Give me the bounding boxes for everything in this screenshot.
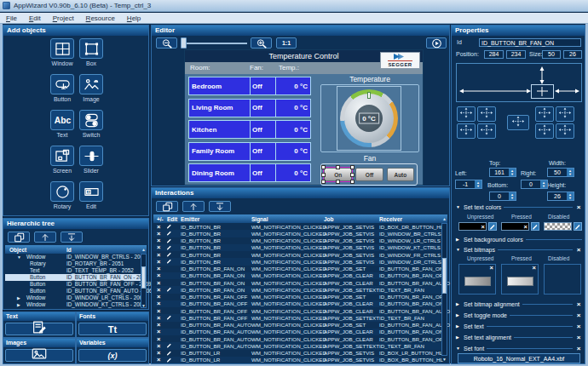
delete-icon[interactable]: × — [157, 224, 160, 230]
interaction-row[interactable]: × ID_BUTTON_BR_FAN_OFF WM_NOTIFICATION_C… — [153, 307, 441, 314]
selection-handle[interactable] — [336, 180, 340, 184]
alignment-button[interactable] — [457, 106, 476, 122]
clear-color-icon[interactable]: × — [524, 224, 527, 230]
spinner-icon[interactable]: ▲▼ — [567, 169, 574, 176]
interactions-copy-button[interactable] — [156, 201, 178, 212]
section-bitmaps[interactable]: ▼ Set bitmaps × — [456, 245, 582, 254]
clear-bitmap-icon[interactable]: × — [533, 265, 536, 271]
edit-pencil-icon[interactable] — [166, 314, 172, 321]
interaction-row[interactable]: × ID_BUTTON_BR_FAN_ON WM_NOTIFICATION_CL… — [153, 286, 441, 293]
edit-pencil-icon[interactable] — [166, 357, 172, 363]
delete-icon[interactable]: × — [157, 329, 160, 335]
zoom-out-button[interactable] — [156, 37, 177, 49]
interaction-row[interactable]: × ID_BUTTON_BR_FAN_ON WM_NOTIFICATION_CL… — [153, 266, 441, 272]
interaction-row[interactable]: × ID_BUTTON_BR_FAN_ON WM_NOTIFICATION_CL… — [153, 272, 441, 279]
add-object-text[interactable]: Abc Text — [49, 110, 75, 138]
add-object-rotary[interactable]: Rotary — [49, 181, 75, 209]
add-object-switch[interactable]: Switch — [78, 110, 104, 138]
resource-variables-button[interactable]: (x) — [78, 349, 147, 362]
chevron-right-icon[interactable]: ▶ — [17, 302, 20, 307]
section-set-font[interactable]: ▼ Set font × — [456, 344, 582, 352]
room-row[interactable]: Living Room Off 0 °C — [188, 99, 311, 117]
interaction-row[interactable]: × ID_BUTTON_BR WM_NOTIFICATION_CLICKED A… — [153, 237, 441, 244]
edit-pencil-icon[interactable] — [166, 237, 172, 244]
tree-row[interactable]: ▶ Window ID_WINDOW_LR_CTRLS - 2062 — [5, 295, 141, 301]
text-color-pressed-swatch[interactable]: × — [501, 222, 529, 231]
interaction-row[interactable]: × ID_BUTTON_BR_FAN_AUTO WM_NOTIFICATION_… — [153, 329, 441, 335]
zoom-in-button[interactable] — [251, 37, 272, 49]
col-emitter[interactable]: Emitter — [181, 216, 199, 222]
section-close-icon[interactable]: × — [575, 300, 582, 308]
alignment-button[interactable] — [477, 123, 496, 139]
interaction-row[interactable]: × ID_BUTTON_BR WM_NOTIFICATION_CLICKED A… — [153, 258, 441, 265]
delete-icon[interactable]: × — [157, 259, 160, 265]
spinner-icon[interactable]: ▲▼ — [509, 169, 516, 176]
interaction-row[interactable]: × ID_BUTTON_BR_FAN_AUTO WM_NOTIFICATION_… — [153, 335, 441, 342]
temperature-group[interactable]: Temperature 0 °C Fan OnOffAuto — [320, 74, 420, 186]
height-field[interactable]: 26 ▲▼ — [547, 192, 574, 201]
spinner-icon[interactable]: ▲▼ — [567, 192, 574, 200]
menu-resource[interactable]: Resource — [80, 14, 121, 22]
tree-scrollbar[interactable] — [141, 254, 147, 308]
interaction-row[interactable]: × ID_BUTTON_BR WM_NOTIFICATION_CLICKED A… — [153, 223, 441, 230]
selection-handle[interactable] — [350, 165, 355, 169]
spinner-icon[interactable]: ▲▼ — [540, 180, 547, 188]
alignment-button[interactable] — [535, 106, 554, 122]
alignment-button[interactable] — [477, 106, 496, 122]
box-icon[interactable] — [79, 38, 103, 59]
alignment-button[interactable] — [535, 123, 554, 139]
alignment-button[interactable] — [507, 115, 529, 130]
bottom-field[interactable]: 0 ▲▼ — [489, 192, 516, 201]
alignment-button[interactable] — [457, 123, 476, 139]
triangle-down-icon[interactable]: ▼ — [456, 204, 461, 209]
add-object-screen[interactable]: Screen — [49, 146, 75, 174]
delete-icon[interactable]: × — [157, 357, 160, 363]
section-close-icon[interactable]: × — [575, 312, 582, 319]
tree-row[interactable]: Button ID_BUTTON_BR_FAN_OFF - 2069 — [5, 281, 141, 288]
menu-edit[interactable]: Edit — [23, 14, 47, 22]
interaction-row[interactable]: × ID_BUTTON_BR WM_NOTIFICATION_CLICKED A… — [153, 230, 441, 237]
tree-row[interactable]: Rotary ID_ROTARY_BR - 2051 — [5, 260, 141, 267]
selection-handle[interactable] — [350, 180, 355, 184]
font-select-button[interactable]: Roboto_16_Normal_EXT_AA4.xbf — [458, 353, 580, 363]
size-w-field[interactable]: 50 — [542, 50, 561, 59]
section-background-colors[interactable]: ▶ Set background colors — [456, 235, 582, 243]
width-field[interactable]: 50 ▲▼ — [547, 168, 574, 177]
fan-button[interactable]: Auto — [387, 168, 414, 181]
tree-row[interactable]: ▼ Window ID_WINDOW_BR_CTRLS - 2061 — [5, 254, 141, 260]
resource-text-button[interactable] — [5, 323, 73, 335]
clear-color-icon[interactable]: × — [481, 224, 485, 230]
zoom-1-1-button[interactable]: 1:1 — [276, 37, 297, 49]
interactions-scroll-thumb[interactable] — [442, 258, 447, 294]
triangle-down-icon[interactable]: ▼ — [456, 247, 461, 252]
col-receiver[interactable]: Receiver — [379, 216, 402, 222]
delete-icon[interactable]: × — [157, 287, 160, 293]
room-row[interactable]: Bedroom Off 0 °C — [188, 77, 311, 95]
delete-icon[interactable]: × — [157, 308, 160, 314]
section-close-icon[interactable]: × — [575, 323, 582, 330]
delete-icon[interactable]: × — [157, 252, 160, 258]
menu-help[interactable]: Help — [121, 14, 147, 22]
interaction-row[interactable]: × ID_BUTTON_BR_FAN_AUTO WM_NOTIFICATION_… — [153, 322, 441, 329]
edit-pencil-icon[interactable] — [166, 223, 172, 230]
triangle-right-icon[interactable]: ▶ — [456, 335, 461, 340]
slider-icon[interactable] — [79, 146, 103, 166]
interaction-row[interactable]: × ID_BUTTON_BR_FAN_ON WM_NOTIFICATION_CL… — [153, 279, 441, 286]
delete-icon[interactable]: × — [157, 336, 160, 342]
interaction-row[interactable]: × ID_BUTTON_BR_FAN_AUTO WM_NOTIFICATION_… — [153, 342, 441, 349]
delete-icon[interactable]: × — [157, 294, 160, 300]
image-icon[interactable] — [79, 74, 103, 94]
edit-pencil-icon[interactable] — [166, 251, 172, 258]
add-object-button[interactable]: Button — [49, 74, 75, 102]
room-row[interactable]: Family Room Off 0 °C — [188, 142, 311, 161]
delete-icon[interactable]: × — [157, 266, 160, 272]
add-object-image[interactable]: Image — [78, 74, 104, 102]
clear-bitmap-icon[interactable]: × — [490, 265, 493, 271]
tree-export-button[interactable] — [34, 232, 56, 243]
interaction-row[interactable]: × ID_BUTTON_LR WM_NOTIFICATION_CLICKED A… — [153, 350, 441, 357]
editor-canvas[interactable]: Temperature Control Room: Fan: Temp.: SE… — [184, 49, 424, 186]
delete-icon[interactable]: × — [157, 272, 160, 278]
tree-row[interactable]: Button ID_BUTTON_BR_FAN_AUTO - 2068 — [5, 288, 141, 295]
col-edit[interactable]: Edit — [167, 216, 177, 222]
edit-pencil-icon[interactable] — [166, 350, 172, 357]
